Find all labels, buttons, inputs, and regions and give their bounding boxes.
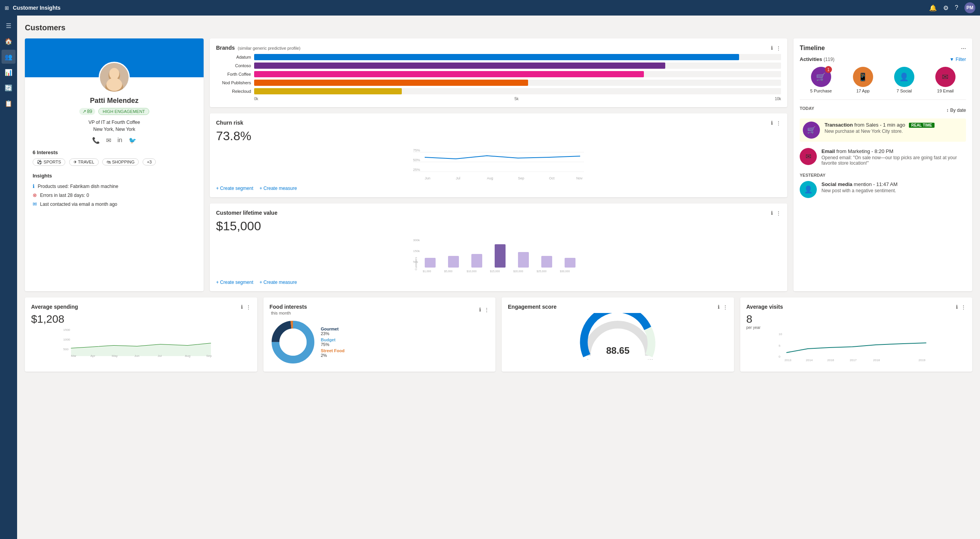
svg-text:Mar: Mar (71, 354, 77, 358)
bar-contoso: Contoso (216, 63, 781, 69)
activity-app[interactable]: 📱 17 App (853, 67, 873, 93)
avg-visits-value: 8 (746, 313, 966, 325)
engagement-more-icon[interactable]: ⋮ (723, 304, 728, 310)
transaction-type: Transaction (825, 122, 853, 128)
churn-value: 73.8% (216, 129, 781, 143)
tag-more[interactable]: +3 (143, 158, 156, 165)
food-chart-area: Gourmet23% Budget75% Street Food2% (270, 319, 490, 365)
activity-social[interactable]: 👤 7 Social (894, 67, 914, 93)
svg-text:Oct: Oct (549, 176, 555, 180)
social-icons: 📞 ✉ in 🐦 (33, 137, 196, 144)
error-icon: ⊗ (33, 192, 37, 198)
tag-sports[interactable]: ⚽ SPORTS (33, 158, 65, 166)
svg-rect-23 (495, 244, 506, 268)
visits-info-icon[interactable]: ℹ (956, 304, 958, 310)
insights-label: Insights (33, 173, 196, 179)
app-grid-icon[interactable]: ⊞ (5, 5, 9, 11)
brands-title-wrap: Brands (similar generic predictive profi… (216, 45, 300, 51)
svg-text:$1,000: $1,000 (423, 270, 431, 273)
brands-card: Brands (similar generic predictive profi… (210, 38, 787, 107)
sidebar-item-segments[interactable]: 📊 (2, 65, 16, 79)
brands-more-icon[interactable]: ⋮ (776, 45, 781, 51)
svg-text:Customers: Customers (415, 257, 417, 270)
sort-button[interactable]: ↕ By date (946, 108, 966, 113)
insight-email: ✉ Last contacted via email a month ago (33, 200, 196, 209)
sidebar-item-measures[interactable]: 📋 (2, 96, 16, 110)
food-info-icon[interactable]: ℹ (479, 307, 481, 313)
food-more-icon[interactable]: ⋮ (484, 307, 489, 313)
churn-info-icon[interactable]: ℹ (771, 120, 773, 126)
interests-tags: ⚽ SPORTS ✈ TRAVEL 🛍 SHOPPING +3 (33, 158, 196, 168)
clv-more-icon[interactable]: ⋮ (776, 210, 781, 216)
food-interests-header: Food interests this month ℹ ⋮ (270, 304, 490, 316)
avg-spending-menu: ℹ ⋮ (241, 304, 251, 310)
visits-more-icon[interactable]: ⋮ (961, 304, 966, 310)
churn-create-segment[interactable]: + Create segment (216, 186, 253, 191)
tag-shopping[interactable]: 🛍 SHOPPING (102, 158, 139, 165)
churn-create-measure[interactable]: + Create measure (260, 186, 297, 191)
sidebar-item-customers[interactable]: 👥 (2, 50, 16, 64)
engagement-info-icon[interactable]: ℹ (718, 304, 720, 310)
svg-rect-22 (471, 254, 482, 268)
avg-visits-menu: ℹ ⋮ (956, 304, 966, 310)
avg-spending-value: $1,208 (31, 313, 251, 325)
spending-more-icon[interactable]: ⋮ (246, 304, 251, 310)
churn-chart: 75% 50% 25% Jun Jul Aug Sep Oct Nov (216, 146, 781, 181)
timeline-dot-2: 👤 (800, 181, 817, 198)
brands-axis: 0k5k10k (216, 97, 781, 101)
svg-point-4 (106, 78, 122, 91)
food-interests-menu: ℹ ⋮ (479, 307, 489, 313)
clv-chart: 300k 150k 50k $1,000 $5,000 $10,000 $15,… (216, 236, 781, 275)
twitter-icon[interactable]: 🐦 (129, 137, 136, 144)
settings-icon[interactable]: ⚙ (943, 4, 949, 12)
engagement-header: Engagement score ℹ ⋮ (508, 304, 728, 310)
timeline-header: Timeline ⋯ (800, 45, 966, 52)
filter-button[interactable]: ▼ Filter (949, 57, 966, 62)
clv-create-measure[interactable]: + Create measure (260, 280, 297, 285)
sidebar-item-activities[interactable]: 🔄 (2, 81, 16, 95)
activity-icons-row: 🛒 1 5 Purchase 📱 17 App 👤 7 Social (800, 67, 966, 100)
clv-info-icon[interactable]: ℹ (771, 210, 773, 216)
activity-email[interactable]: ✉ 19 Email (935, 67, 956, 93)
svg-text:2016: 2016 (827, 358, 834, 362)
svg-text:100: 100 (647, 358, 653, 360)
email-icon[interactable]: ✉ (106, 137, 111, 144)
timeline-item-0: 🛒 Transaction from Sales - 1 min ago REA… (800, 118, 966, 142)
timeline-more-icon[interactable]: ⋯ (961, 45, 966, 51)
transaction-detail: New purchase at New York City store. (825, 129, 963, 134)
svg-text:Sep: Sep (206, 354, 212, 358)
svg-text:Jul: Jul (456, 176, 460, 180)
realtime-badge: REAL TIME (909, 123, 935, 128)
tag-travel[interactable]: ✈ TRAVEL (69, 158, 99, 166)
clv-create-segment[interactable]: + Create segment (216, 280, 253, 285)
timeline-item-1: ✉ Email from Marketing - 8:20 PM Opened … (800, 148, 966, 166)
brands-info-icon[interactable]: ℹ (771, 45, 773, 51)
engagement-score-card: Engagement score ℹ ⋮ 88.65 0 100 (502, 297, 734, 372)
score-badge: ↗ 89 (79, 108, 95, 115)
profile-banner (25, 38, 204, 77)
profile-card: Patti Melendez ↗ 89 HIGH ENGAGEMENT VP o… (25, 38, 204, 291)
app-label: 17 App (856, 89, 870, 93)
sidebar-item-home[interactable]: 🏠 (2, 34, 16, 48)
svg-point-3 (109, 68, 119, 80)
churn-more-icon[interactable]: ⋮ (776, 120, 781, 126)
svg-text:Jun: Jun (134, 354, 140, 358)
sidebar-item-menu[interactable]: ☰ (2, 19, 16, 33)
activity-purchase[interactable]: 🛒 1 5 Purchase (810, 67, 832, 93)
timeline-dot-0: 🛒 (803, 122, 820, 139)
notification-icon[interactable]: 🔔 (929, 4, 937, 12)
svg-text:Nov: Nov (576, 176, 583, 180)
spending-info-icon[interactable]: ℹ (241, 304, 243, 310)
svg-text:150k: 150k (413, 249, 420, 253)
svg-text:$30,000: $30,000 (560, 270, 570, 273)
avg-spending-card: Average spending ℹ ⋮ $1,208 1500 1000 50… (25, 297, 257, 372)
svg-text:0: 0 (778, 355, 780, 358)
phone-icon[interactable]: 📞 (92, 137, 100, 144)
svg-text:50%: 50% (413, 158, 420, 162)
page-title: Customers (25, 23, 972, 32)
linkedin-icon[interactable]: in (117, 137, 122, 144)
help-icon[interactable]: ? (955, 4, 958, 11)
user-avatar[interactable]: PM (964, 2, 975, 13)
email-detail: Opened email: "On sale now—our top picks… (821, 155, 966, 166)
svg-text:1000: 1000 (63, 338, 70, 341)
